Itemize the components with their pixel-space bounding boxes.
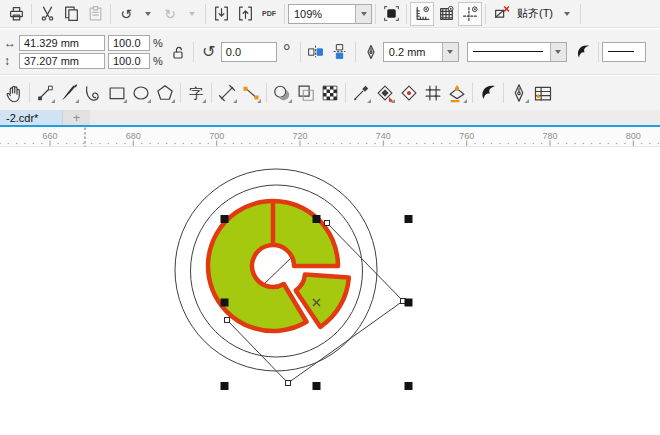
shadow-tool-button[interactable] [270, 81, 294, 105]
import-button[interactable] [209, 2, 233, 26]
fill-tool-button[interactable] [373, 81, 397, 105]
rotation-angle-field[interactable]: 0.0 [221, 42, 277, 62]
chevron-down-icon [564, 12, 570, 16]
smart-fill-tool-button[interactable] [445, 81, 469, 105]
separator [598, 42, 599, 62]
print-button[interactable] [4, 2, 28, 26]
fill-open-tool-button[interactable] [397, 81, 421, 105]
outline-width-value[interactable]: 0.2 mm [384, 46, 442, 58]
pan-tool-button[interactable] [2, 81, 26, 105]
separator [284, 4, 285, 24]
new-document-tab-button[interactable]: + [62, 110, 90, 125]
horizontal-ruler[interactable]: 660680700720740760780800 [0, 127, 660, 147]
interactive-fill-tool-button[interactable] [476, 81, 500, 105]
rotation-icon-wrap: ↺ [197, 40, 221, 64]
selection-handle[interactable] [313, 382, 321, 390]
svg-text:760: 760 [459, 131, 474, 141]
fill-diamond-icon [375, 83, 395, 103]
selection-handle[interactable] [221, 382, 229, 390]
freehand-tool-button[interactable] [81, 81, 105, 105]
percent-label: % [153, 35, 163, 51]
svg-text:720: 720 [292, 131, 307, 141]
pdf-icon: PDF [262, 10, 276, 17]
artistic-media-tool-button[interactable] [57, 81, 81, 105]
scale-v-field[interactable]: 100.0 [108, 53, 150, 69]
rectangle-tool-button[interactable] [105, 81, 129, 105]
paste-icon [87, 5, 104, 22]
percent-label: % [153, 53, 163, 69]
text-tool-icon: 字 [189, 86, 203, 100]
mesh-fill-tool-button[interactable] [421, 81, 445, 105]
document-tab[interactable]: -2.cdr* [0, 110, 62, 125]
mirror-vertical-button[interactable] [328, 40, 352, 64]
swirl-icon [478, 83, 498, 103]
paste-button[interactable] [83, 2, 107, 26]
polygon-tool-button[interactable] [153, 81, 177, 105]
node-handle[interactable] [325, 221, 330, 226]
transparency-tool-button[interactable] [294, 81, 318, 105]
lock-ratio-button[interactable] [166, 40, 190, 64]
line-style-dropdown[interactable] [550, 43, 566, 61]
drawing-canvas[interactable] [0, 147, 660, 435]
object-width-icon: ↔ [4, 35, 16, 51]
arrowhead-combo[interactable] [602, 42, 646, 62]
redo-button[interactable]: ↻ [158, 2, 182, 26]
print-icon [8, 5, 25, 22]
dimension-tool-button[interactable] [215, 81, 239, 105]
interactive-style-button[interactable] [571, 40, 595, 64]
scale-h-field[interactable]: 100.0 [108, 35, 150, 51]
publish-pdf-button[interactable]: PDF [257, 2, 281, 26]
object-height-field[interactable]: 37.207 mm [19, 53, 105, 69]
separator [580, 4, 581, 24]
text-tool-button[interactable]: 字 [184, 81, 208, 105]
copy-button[interactable] [59, 2, 83, 26]
separator [29, 83, 30, 103]
node-handle[interactable] [286, 381, 291, 386]
canvas-drawing[interactable] [0, 147, 660, 435]
undo-button[interactable]: ↺ [114, 2, 138, 26]
fullscreen-preview-button[interactable] [379, 2, 403, 26]
snap-to-menu[interactable]: 贴齐(T) [513, 2, 557, 26]
snap-to-dropdown[interactable] [557, 2, 577, 26]
mirror-horizontal-button[interactable] [304, 40, 328, 64]
separator [472, 83, 473, 103]
shape-tool-button[interactable] [33, 81, 57, 105]
selection-handle[interactable] [405, 382, 413, 390]
object-width-field[interactable]: 41.329 mm [19, 35, 105, 51]
outline-width-dropdown[interactable] [442, 43, 458, 61]
line-style-combo[interactable] [467, 42, 567, 62]
color-docker-button[interactable] [531, 81, 555, 105]
undo-dropdown[interactable] [138, 2, 158, 26]
zoom-level-value[interactable]: 109% [289, 8, 355, 20]
eyedropper-tool-button[interactable] [349, 81, 373, 105]
ruler-ticks: 660680700720740760780800 [0, 127, 660, 147]
cut-icon [39, 5, 56, 22]
redo-dropdown[interactable] [182, 2, 202, 26]
selection-handle[interactable] [405, 299, 413, 307]
selection-handle[interactable] [405, 215, 413, 223]
toggle-guidelines-button[interactable] [458, 2, 482, 26]
zoom-level-combo[interactable]: 109% [288, 4, 372, 24]
pattern-fill-button[interactable] [318, 81, 342, 105]
snap-off-button[interactable] [489, 2, 513, 26]
freehand-loop-icon [83, 83, 103, 103]
separator [110, 4, 111, 24]
ellipse-tool-button[interactable] [129, 81, 153, 105]
selection-handle[interactable] [313, 215, 321, 223]
cut-button[interactable] [35, 2, 59, 26]
dimension-line-icon [217, 83, 237, 103]
toggle-grid-button[interactable] [434, 2, 458, 26]
outline-pen-tool-button[interactable] [507, 81, 531, 105]
color-docker-icon [533, 83, 553, 103]
object-height-icon: ↕ [4, 53, 16, 69]
zoom-dropdown-button[interactable] [355, 5, 371, 23]
selection-handle[interactable] [221, 299, 229, 307]
size-arrows: ↔ ↕ [4, 35, 16, 69]
export-button[interactable] [233, 2, 257, 26]
selection-handle[interactable] [221, 215, 229, 223]
pen-nib-icon [509, 83, 529, 103]
node-handle[interactable] [225, 318, 230, 323]
outline-width-combo[interactable]: 0.2 mm [383, 42, 459, 62]
toggle-rulers-button[interactable] [410, 2, 434, 26]
connector-tool-button[interactable] [239, 81, 263, 105]
